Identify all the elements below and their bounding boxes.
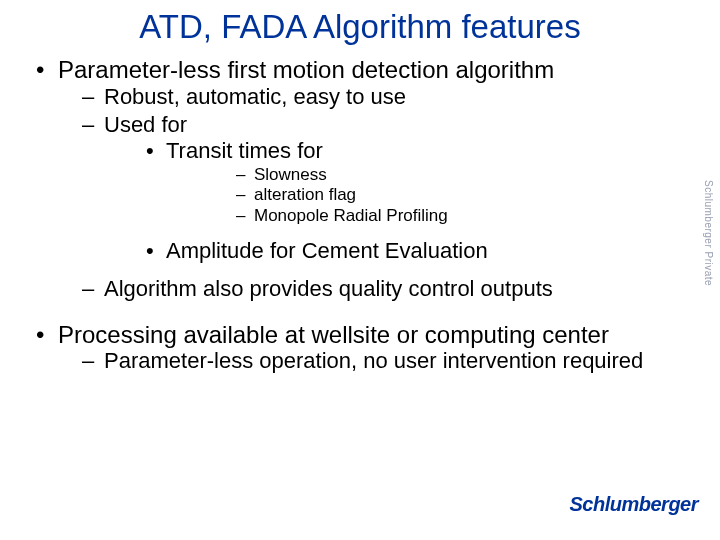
slide: ATD, FADA Algorithm features Parameter-l… [0, 0, 720, 540]
bullet-l2: Algorithm also provides quality control … [58, 276, 690, 302]
bullet-text: Algorithm also provides quality control … [104, 276, 553, 301]
bullet-text: Processing available at wellsite or comp… [58, 321, 609, 348]
bullet-text: Transit times for [166, 138, 323, 163]
bullet-list: Parameter-less first motion detection al… [30, 56, 690, 303]
bullet-l4: Slowness [166, 165, 690, 185]
bullet-l4: Monopole Radial Profiling [166, 206, 690, 226]
confidentiality-watermark: Schlumberger Private [703, 180, 714, 286]
bullet-text: Parameter-less operation, no user interv… [104, 348, 643, 373]
bullet-l2: Parameter-less operation, no user interv… [58, 348, 690, 374]
bullet-l1: Processing available at wellsite or comp… [30, 321, 690, 375]
bullet-text: Slowness [254, 165, 327, 184]
slide-title: ATD, FADA Algorithm features [30, 8, 690, 46]
bullet-text: Robust, automatic, easy to use [104, 84, 406, 109]
brand-logo: Schlumberger [570, 493, 698, 516]
bullet-text: Amplitude for Cement Evaluation [166, 238, 488, 263]
bullet-text: Monopole Radial Profiling [254, 206, 448, 225]
bullet-l3: Transit times for Slowness alteration fl… [104, 138, 690, 226]
bullet-l2: Used for Transit times for Slowness alte… [58, 112, 690, 264]
bullet-text: alteration flag [254, 185, 356, 204]
bullet-l4: alteration flag [166, 185, 690, 205]
bullet-l1: Parameter-less first motion detection al… [30, 56, 690, 303]
bullet-l3: Amplitude for Cement Evaluation [104, 238, 690, 264]
bullet-l2: Robust, automatic, easy to use [58, 84, 690, 110]
bullet-text: Used for [104, 112, 187, 137]
bullet-text: Parameter-less first motion detection al… [58, 56, 554, 83]
bullet-list: Processing available at wellsite or comp… [30, 321, 690, 375]
